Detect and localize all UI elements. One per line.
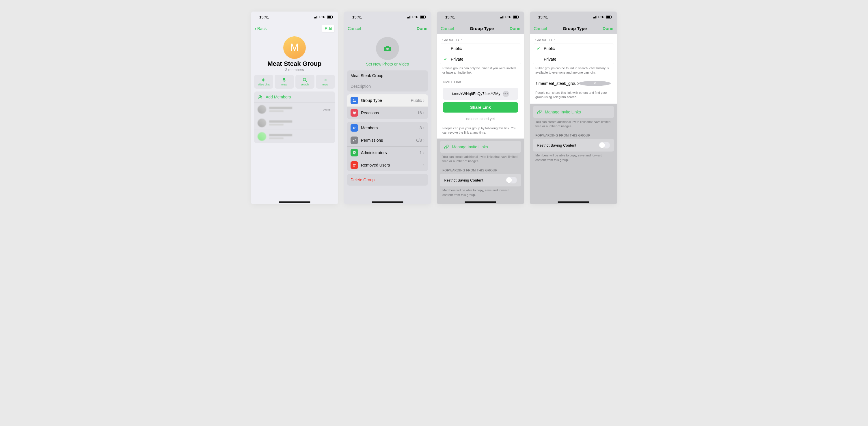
group-avatar[interactable]: M: [283, 36, 306, 59]
status-time: 15:41: [538, 15, 548, 19]
section-label: FORWARDING FROM THIS GROUP: [437, 165, 524, 174]
edit-button[interactable]: Edit: [322, 25, 334, 32]
nav-title: Group Type: [470, 26, 494, 31]
section-label: GROUP TYPE: [437, 34, 524, 43]
restrict-block: Restrict Saving Content: [440, 174, 521, 187]
restrict-toggle-row[interactable]: Restrict Saving Content: [440, 174, 521, 187]
option-public[interactable]: ✓ Public: [533, 43, 614, 54]
svg-point-6: [325, 80, 326, 80]
content: GROUP TYPE ✓ Public Private Public group…: [530, 34, 617, 204]
type-note: Private groups can only be joined if you…: [437, 64, 524, 76]
member-row[interactable]: [254, 130, 335, 143]
invite-link-box: t.me/+WNq8EhQy74o4Y2My ••• Share Link no…: [440, 86, 521, 124]
manage-links-button[interactable]: Manage Invite Links: [533, 106, 614, 118]
svg-point-3: [303, 78, 306, 81]
status-bar: 15:41 LTE: [437, 11, 524, 23]
type-note: Public groups can be found in search, ch…: [530, 64, 617, 76]
status-time: 15:41: [445, 15, 455, 19]
signal-icon: [500, 15, 504, 19]
manage-links-block: Manage Invite Links: [440, 141, 521, 153]
video-chat-button[interactable]: video chat: [254, 75, 273, 89]
nav-bar: Cancel Group Type Done: [530, 23, 617, 34]
status-bar: 15:41 LTE: [251, 11, 338, 23]
manage-links-button[interactable]: Manage Invite Links: [440, 141, 521, 153]
section-label: GROUP TYPE: [530, 34, 617, 43]
share-link-button[interactable]: Share Link: [443, 102, 518, 112]
option-public[interactable]: Public: [440, 43, 521, 54]
phone-screen-group-type-public: 15:41 LTE Cancel Group Type Done GROUP T…: [530, 11, 617, 204]
check-icon: ✓: [444, 57, 451, 62]
public-link-input[interactable]: t.me/meat_steak_group ✕: [533, 78, 614, 89]
action-row: video chat mute search more: [251, 75, 338, 89]
add-members-button[interactable]: Add Members: [254, 92, 335, 102]
battery-icon: [606, 15, 612, 19]
home-indicator[interactable]: [465, 201, 496, 203]
chevron-left-icon: ‹: [255, 25, 257, 31]
group-type-options: Public ✓ Private: [440, 43, 521, 64]
member-row[interactable]: owner: [254, 102, 335, 116]
restrict-block: Restrict Saving Content: [533, 139, 614, 152]
status-bar: 15:41 LTE: [530, 11, 617, 23]
signal-icon: [593, 15, 597, 19]
option-private[interactable]: Private: [533, 54, 614, 64]
mute-button[interactable]: mute: [275, 75, 294, 89]
svg-point-5: [324, 80, 324, 80]
phone-screen-edit-group: 15:41 LTE Cancel Done Set New Photo or V…: [344, 11, 431, 204]
done-button[interactable]: Done: [509, 26, 520, 31]
svg-point-8: [259, 95, 261, 97]
section-label: INVITE LINK: [437, 76, 524, 86]
done-button[interactable]: Done: [602, 26, 613, 31]
more-button[interactable]: more: [316, 75, 335, 89]
link-options-button[interactable]: •••: [503, 91, 509, 97]
svg-line-4: [306, 80, 307, 82]
battery-icon: [513, 15, 519, 19]
check-icon: ✓: [537, 46, 544, 51]
add-user-icon: [257, 94, 263, 100]
toggle-switch[interactable]: [506, 177, 517, 184]
home-indicator[interactable]: [372, 201, 403, 203]
cancel-button[interactable]: Cancel: [441, 26, 454, 31]
back-button[interactable]: ‹ Back: [255, 25, 267, 31]
status-right: LTE: [500, 15, 519, 19]
link-icon: [537, 109, 542, 114]
manage-note: You can create additional invite links t…: [437, 153, 524, 165]
owner-tag: owner: [323, 108, 332, 111]
restrict-toggle-row[interactable]: Restrict Saving Content: [533, 139, 614, 152]
signal-icon: [314, 15, 318, 19]
no-joined-label: no one joined yet: [443, 115, 518, 122]
status-right: LTE: [593, 15, 612, 19]
restrict-note: Members will be able to copy, save and f…: [437, 187, 524, 198]
group-subtitle: 3 members: [251, 68, 338, 72]
status-right: LTE: [314, 15, 333, 19]
search-button[interactable]: search: [296, 75, 314, 89]
phone-screen-group-type-private: 15:41 LTE Cancel Group Type Done GROUP T…: [437, 11, 524, 204]
invite-link-row[interactable]: t.me/+WNq8EhQy74o4Y2My •••: [443, 88, 518, 100]
svg-point-7: [326, 80, 327, 80]
dots-icon: [323, 77, 328, 83]
content: M Meat Steak Group 3 members video chat …: [251, 34, 338, 204]
avatar: [257, 105, 266, 114]
bars-icon: [261, 77, 266, 83]
avatar: [257, 119, 266, 127]
section-label: FORWARDING FROM THIS GROUP: [530, 130, 617, 139]
clear-icon[interactable]: ✕: [579, 81, 611, 86]
restrict-note: Members will be able to copy, save and f…: [530, 152, 617, 163]
nav-bar: Cancel Group Type Done: [437, 23, 524, 34]
status-time: 15:41: [259, 15, 269, 19]
members-card: Add Members owner: [254, 92, 335, 143]
manage-note: You can create additional invite links t…: [530, 118, 617, 130]
cancel-button[interactable]: Cancel: [534, 26, 547, 31]
search-icon: [302, 77, 308, 83]
lte-label: LTE: [319, 15, 325, 19]
nav-bar: ‹ Back Edit: [251, 23, 338, 34]
avatar: [257, 132, 266, 141]
content: GROUP TYPE Public ✓ Private Private grou…: [437, 34, 524, 204]
option-private[interactable]: ✓ Private: [440, 54, 521, 64]
invite-note: People can join your group by following …: [437, 124, 524, 136]
member-row[interactable]: [254, 116, 335, 130]
home-indicator[interactable]: [558, 201, 589, 203]
home-indicator[interactable]: [279, 201, 310, 203]
battery-icon: [327, 15, 333, 19]
toggle-switch[interactable]: [598, 142, 610, 149]
manage-links-block: Manage Invite Links: [533, 106, 614, 118]
